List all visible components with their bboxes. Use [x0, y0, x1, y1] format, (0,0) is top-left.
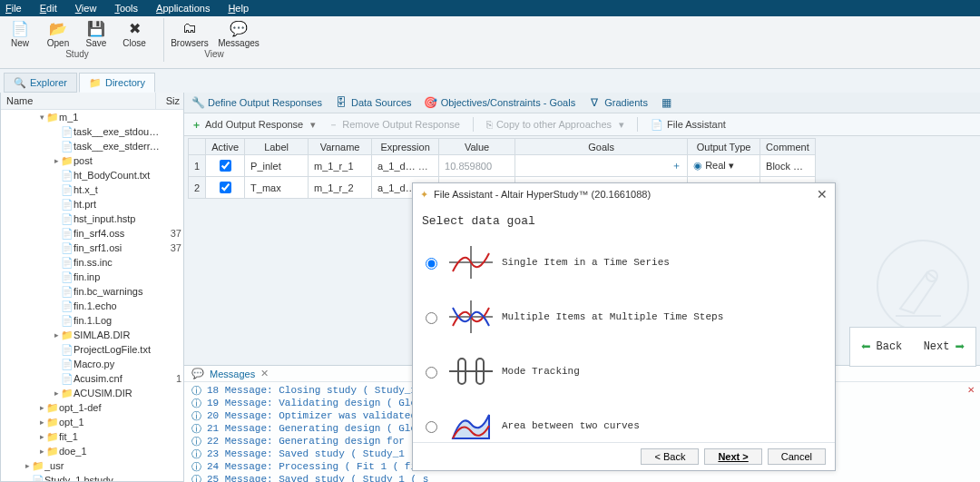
browsers-button[interactable]: 🗂Browsers [170, 18, 210, 48]
tree-row[interactable]: 📄Macro.py [1, 357, 183, 371]
tab-gradients[interactable]: ∇Gradients [588, 96, 648, 109]
radio-mode-tracking[interactable] [426, 367, 437, 379]
radio-single-item[interactable] [426, 258, 437, 270]
radio-area-between[interactable] [426, 421, 437, 433]
tree-row[interactable]: ▾📁m_1 [1, 110, 183, 124]
tab-data-sources[interactable]: 🗄Data Sources [335, 96, 412, 109]
tree-twisty-icon: ▸ [37, 418, 46, 427]
close-button[interactable]: ✖Close [120, 18, 149, 48]
cell-varname[interactable]: m_1_r_2 [309, 177, 372, 199]
message-line: ⓘ25 Message: Saved study ( Study_1 ( s_ [191, 473, 973, 482]
tree-row[interactable]: 📄task__exe_stderr.txt [1, 139, 183, 153]
tree-header-name[interactable]: Name [1, 93, 156, 109]
col-goals[interactable]: Goals [515, 139, 688, 155]
tree-row[interactable]: 📄fin_srf4.oss37 [1, 226, 183, 241]
active-checkbox[interactable] [220, 182, 231, 193]
tree-row[interactable]: 📄fin_srf1.osi37 [1, 241, 183, 255]
tree-label: ACUSIM.DIR [74, 388, 162, 398]
col-value[interactable]: Value [439, 139, 515, 155]
tree-row[interactable]: ▸📁opt_1-def [1, 400, 183, 415]
plus-icon[interactable]: ＋ [671, 160, 681, 171]
new-button[interactable]: 📄New [5, 18, 34, 48]
menu-edit[interactable]: EditEdit [40, 3, 57, 14]
option-single-item[interactable]: Single Item in a Time Series [422, 235, 826, 290]
tree-row[interactable]: 📄hst_input.hstp [1, 211, 183, 226]
active-checkbox[interactable] [220, 160, 231, 172]
info-icon: ⓘ [191, 448, 201, 461]
tree-header-size[interactable]: Siz [156, 93, 183, 109]
menu-applications[interactable]: ApplicationsApplications [156, 3, 210, 14]
save-button[interactable]: 💾Save [82, 18, 111, 48]
plus-icon: ＋ [191, 118, 201, 132]
cell-comment[interactable]: Block … [760, 155, 816, 177]
option-multiple-items[interactable]: Multiple Items at Multiple Time Steps [422, 290, 826, 344]
file-assistant-button[interactable]: 📄File Assistant [651, 119, 726, 131]
tree-row[interactable]: 📄fin.1.echo [1, 299, 183, 313]
messages-tab-icon: 💬 [191, 368, 204, 379]
menu-file[interactable]: FFileile [5, 3, 22, 14]
tree-row[interactable]: ▸📁SIMLAB.DIR [1, 328, 183, 342]
option-mode-tracking[interactable]: Mode Tracking [422, 344, 826, 398]
cell-label[interactable]: P_inlet [245, 155, 309, 177]
dialog-back-button[interactable]: < Back [641, 448, 699, 465]
cell-expression[interactable]: a_1_d… … [372, 155, 439, 177]
tree-row[interactable]: 📄Acusim.cnf1 [1, 371, 183, 386]
tree-row[interactable]: 📄fin.ss.inc [1, 255, 183, 270]
tree-row[interactable]: 📄fin.bc_warnings [1, 284, 183, 299]
tree-row[interactable]: ▸📁_usr [1, 458, 183, 473]
nav-next-button[interactable]: Next➡ [924, 337, 965, 357]
cell-label[interactable]: T_max [245, 177, 309, 199]
tree-row[interactable]: ▸📁ACUSIM.DIR [1, 386, 183, 400]
tree-twisty-icon: ▾ [37, 113, 46, 122]
col-label[interactable]: Label [245, 139, 309, 155]
dialog-close-button[interactable]: ✕ [817, 187, 828, 202]
tree-row[interactable]: ▸📁fit_1 [1, 429, 183, 444]
option-area-between-curves[interactable]: Area between two curves [422, 398, 826, 442]
messages-close-icon[interactable]: ✕ [260, 368, 269, 379]
messages-button[interactable]: 💬Messages [219, 18, 259, 48]
cell-output-type[interactable]: ◉ Real ▾ [688, 155, 760, 177]
tree-row[interactable]: ▸📁doe_1 [1, 444, 183, 458]
tree-row[interactable]: 📄ht.prt [1, 197, 183, 211]
tab-objectives-constraints[interactable]: 🎯Objectives/Constraints - Goals [425, 96, 576, 109]
panel-close-icon[interactable]: ✕ [967, 385, 975, 395]
add-output-response-button[interactable]: ＋Add Output Response▾ [191, 118, 316, 132]
cell-goals[interactable]: ＋ [515, 155, 688, 177]
tab-define-output-responses[interactable]: 🔧Define Output Responses [191, 96, 322, 109]
ellipsis-icon[interactable]: … [418, 161, 428, 172]
tree-row[interactable]: 📄ht.x_t [1, 182, 183, 197]
radio-multiple-items[interactable] [426, 312, 437, 324]
ribbon-group-view: View [204, 49, 224, 59]
menu-tools[interactable]: ToolsTools [114, 3, 138, 14]
tree-row[interactable]: 📄fin.inp [1, 270, 183, 284]
tab-directory[interactable]: 📁Directory [79, 73, 155, 93]
messages-tab[interactable]: Messages [210, 369, 255, 379]
tree-row[interactable]: ▸📁post [1, 153, 183, 168]
cell-varname[interactable]: m_1_r_1 [309, 155, 372, 177]
browsers-icon: 🗂 [180, 18, 200, 38]
tree-label: fin.1.echo [74, 300, 162, 311]
col-expression[interactable]: Expression [372, 139, 439, 155]
tab-more[interactable]: ▦ [661, 96, 673, 109]
dialog-next-button[interactable]: Next > [704, 448, 761, 465]
col-output-type[interactable]: Output Type [688, 139, 760, 155]
tree-row[interactable]: 📄task__exe_stdout.txt [1, 124, 183, 139]
tree-row[interactable]: 📄ht_BodyCount.txt [1, 168, 183, 182]
menu-help[interactable]: HelpHelp [228, 3, 249, 14]
tab-explorer[interactable]: 🔍Explorer [4, 73, 77, 93]
tree-label: _usr [44, 460, 162, 471]
menu-view[interactable]: ViewView [75, 3, 97, 14]
open-button[interactable]: 📂Open [44, 18, 73, 48]
nav-back-button[interactable]: ⬅Back [861, 337, 903, 357]
tree-row[interactable]: ▸📁opt_1 [1, 415, 183, 429]
col-comment[interactable]: Comment [760, 139, 816, 155]
tree-row[interactable]: 📄ProjectLogFile.txt [1, 342, 183, 357]
col-active[interactable]: Active [206, 139, 245, 155]
chevron-down-icon[interactable]: ▾ [729, 160, 734, 171]
tree-row[interactable]: 📄Study_1.hstudy [1, 473, 183, 481]
tree-row[interactable]: 📄fin.1.Log [1, 313, 183, 328]
col-varname[interactable]: Varname [309, 139, 372, 155]
dialog-cancel-button[interactable]: Cancel [768, 448, 826, 465]
table-row[interactable]: 1P_inletm_1_r_1a_1_d… …10.859800＋◉ Real … [189, 155, 816, 177]
folder-icon: 📁 [46, 446, 59, 457]
